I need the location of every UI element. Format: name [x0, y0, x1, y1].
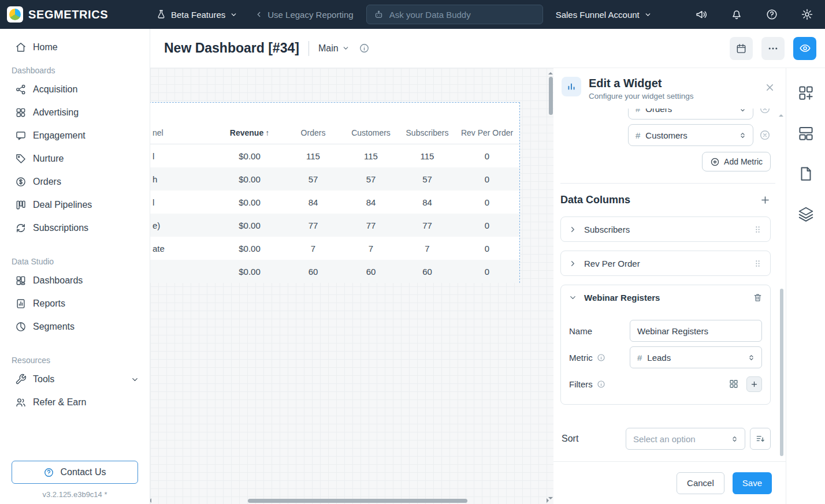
filter-group-grid-icon[interactable]: [729, 379, 739, 389]
sidebar-item-deal-pipelines[interactable]: Deal Pipelines: [0, 193, 150, 216]
scroll-up-arrow[interactable]: [548, 70, 553, 74]
sidebar-item-advertising[interactable]: Advertising: [0, 101, 150, 124]
dashboard-info-icon[interactable]: [359, 43, 370, 54]
title-separator: [309, 41, 309, 56]
sidebar-item-home[interactable]: Home: [0, 36, 150, 59]
sidebar-item-label: Dashboards: [33, 275, 83, 286]
panel-scroll-thumb[interactable]: [780, 289, 783, 456]
kanban-icon: [15, 199, 27, 211]
sidebar-item-acquisition[interactable]: Acquisition: [0, 78, 150, 101]
panel-scrollbar[interactable]: [779, 112, 783, 458]
filters-label: Filters: [569, 379, 593, 389]
column-revenue-sorted[interactable]: Revenue↑: [215, 128, 284, 137]
sidebar-item-label: Advertising: [33, 107, 79, 118]
card-header[interactable]: Rev Per Order: [561, 251, 770, 275]
info-icon[interactable]: [597, 353, 605, 362]
more-options-button[interactable]: [761, 37, 785, 60]
close-panel-button[interactable]: [764, 82, 775, 93]
help-icon[interactable]: [765, 8, 778, 21]
notifications-bell-icon[interactable]: [730, 8, 743, 21]
dashboard-header: New Dashboard [#34] Main: [150, 29, 825, 68]
sidebar-item-subscriptions[interactable]: Subscriptions: [0, 216, 150, 240]
metric-select-orders[interactable]: # Orders: [628, 109, 753, 120]
horizontal-scroll-thumb[interactable]: [248, 499, 467, 503]
column-customers[interactable]: Customers: [342, 128, 400, 137]
card-header[interactable]: Subscribers: [561, 217, 770, 241]
layers-button[interactable]: [797, 206, 815, 223]
canvas-horizontal-scrollbar[interactable]: [153, 498, 545, 503]
drag-handle[interactable]: [753, 225, 763, 234]
chevron-right-icon: [568, 259, 577, 268]
panel-scroll-up-arrow[interactable]: [779, 112, 783, 117]
settings-gear-icon[interactable]: [801, 8, 813, 21]
cell-revenue: $0.00: [215, 221, 284, 230]
sidebar-item-engagement[interactable]: Engagement: [0, 124, 150, 147]
sidebar-item-segments[interactable]: Segments: [0, 315, 150, 338]
sidebar-item-refer-earn[interactable]: Refer & Earn: [0, 391, 150, 414]
card-title: Subscribers: [584, 225, 630, 234]
pages-button[interactable]: [797, 165, 815, 182]
add-metric-button[interactable]: Add Metric: [702, 152, 771, 171]
layouts-button[interactable]: [797, 125, 815, 142]
account-switcher[interactable]: Sales Funnel Account: [556, 10, 652, 20]
remove-metric-button[interactable]: [759, 109, 771, 114]
cell-customers: 57: [342, 174, 400, 184]
sidebar-item-dashboards[interactable]: Dashboards: [0, 269, 150, 292]
segmetrics-logo[interactable]: SEGMETRICS: [0, 6, 150, 23]
dollar-circle-icon: [15, 176, 27, 188]
drag-dots-icon: [753, 225, 763, 234]
cell-revenue: $0.00: [215, 197, 284, 207]
add-filter-button[interactable]: [746, 376, 762, 392]
scroll-left-arrow[interactable]: [150, 498, 151, 503]
dashboard-view-select[interactable]: Main: [318, 43, 350, 54]
robot-icon: [374, 9, 384, 20]
scroll-down-arrow[interactable]: [548, 497, 553, 502]
panel-header-text: Edit a Widget Configure your widget sett…: [589, 77, 694, 100]
preview-button[interactable]: [793, 37, 816, 60]
sort-row: Sort Select an option: [562, 428, 771, 450]
dashboard-canvas[interactable]: nel Revenue↑ Orders Customers Subscriber…: [150, 68, 553, 504]
data-buddy-searchbox[interactable]: [366, 5, 543, 24]
x-circle-icon: [759, 129, 771, 141]
cancel-button[interactable]: Cancel: [677, 472, 724, 494]
sort-select[interactable]: Select an option: [626, 428, 745, 450]
add-widget-button[interactable]: [797, 84, 815, 102]
column-name-input[interactable]: [630, 320, 762, 342]
cell-rev-per-order: 0: [455, 197, 519, 207]
data-buddy-input[interactable]: [389, 10, 536, 20]
column-metric-select[interactable]: # Leads: [630, 346, 762, 368]
cell-customers: 84: [342, 197, 400, 207]
table-widget-selected[interactable]: nel Revenue↑ Orders Customers Subscriber…: [150, 102, 520, 283]
metric-select-customers[interactable]: # Customers: [628, 124, 753, 146]
date-range-button[interactable]: [730, 37, 753, 60]
chevron-updown-icon: [738, 109, 747, 113]
canvas-vertical-scrollbar[interactable]: [548, 70, 553, 496]
drag-handle[interactable]: [753, 259, 763, 268]
column-funnel[interactable]: nel: [150, 128, 215, 137]
sidebar-item-tools[interactable]: Tools: [0, 368, 150, 391]
announcements-icon[interactable]: [695, 8, 708, 21]
add-data-column-button[interactable]: [760, 195, 771, 206]
use-legacy-reporting-label: Use Legacy Reporting: [267, 10, 353, 20]
panel-body: # Orders # Customers: [553, 109, 786, 461]
column-orders[interactable]: Orders: [284, 128, 342, 137]
use-legacy-reporting-link[interactable]: Use Legacy Reporting: [255, 10, 353, 20]
remove-metric-button[interactable]: [759, 129, 771, 141]
sidebar-item-label: Segments: [33, 322, 75, 332]
sort-direction-button[interactable]: [750, 428, 771, 450]
vertical-scroll-thumb[interactable]: [549, 77, 553, 115]
edit-widget-panel: Edit a Widget Configure your widget sett…: [553, 68, 786, 504]
sidebar-item-orders[interactable]: Orders: [0, 170, 150, 193]
column-subscribers[interactable]: Subscribers: [400, 128, 455, 137]
contact-us-button[interactable]: Contact Us: [12, 461, 138, 484]
card-header[interactable]: Webinar Registers: [561, 285, 770, 309]
beta-features-menu[interactable]: Beta Features: [156, 9, 237, 20]
column-rev-per-order[interactable]: Rev Per Order: [455, 128, 519, 137]
save-button[interactable]: Save: [733, 472, 772, 494]
delete-column-button[interactable]: [753, 293, 763, 303]
add-metric-row: Add Metric: [553, 152, 786, 171]
info-icon[interactable]: [597, 380, 605, 389]
chevron-down-icon[interactable]: [131, 375, 139, 384]
sidebar-item-nurture[interactable]: Nurture: [0, 147, 150, 170]
sidebar-item-reports[interactable]: Reports: [0, 292, 150, 315]
